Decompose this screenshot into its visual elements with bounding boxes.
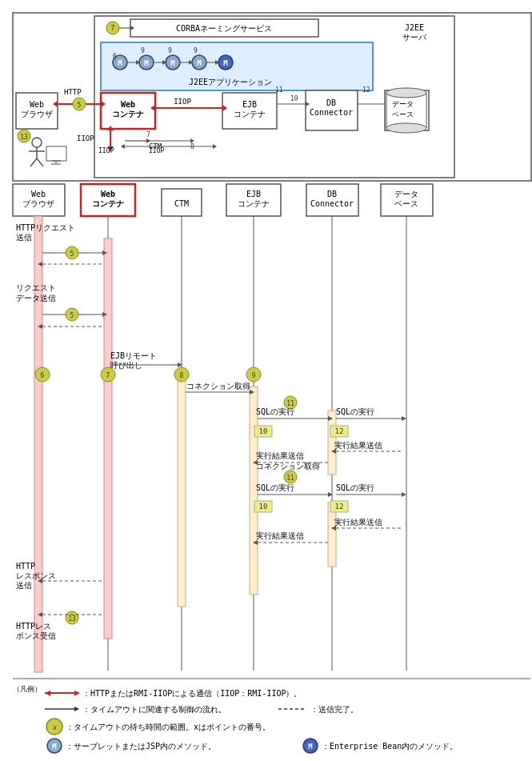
svg-text:送信: 送信: [16, 233, 32, 242]
svg-text:：タイムアウトに関連する制御の流れ。: ：タイムアウトに関連する制御の流れ。: [82, 705, 226, 714]
svg-text:10: 10: [259, 427, 268, 435]
svg-text:EJBリモート: EJBリモート: [110, 351, 157, 360]
svg-text:IIOP: IIOP: [98, 147, 114, 154]
architecture-diagram: J2EE サーバ CORBAネーミングサービス 7 J2EEアプリケーション M…: [6, 6, 532, 761]
svg-text:：サーブレットまたはJSP内のメソッド。: ：サーブレットまたはJSP内のメソッド。: [66, 742, 216, 751]
svg-text:IIOP: IIOP: [77, 134, 94, 142]
svg-text:コンテナ: コンテナ: [92, 199, 124, 208]
svg-text:実行結果送信: 実行結果送信: [334, 518, 382, 527]
svg-text:Web: Web: [121, 100, 135, 109]
svg-text:J2EEアプリケーション: J2EEアプリケーション: [189, 78, 272, 86]
svg-text:コンテナ: コンテナ: [112, 110, 144, 118]
svg-rect-121: [104, 238, 112, 639]
svg-marker-212: [74, 707, 79, 711]
svg-text:13: 13: [20, 134, 28, 141]
svg-text:J2EE: J2EE: [405, 23, 424, 32]
svg-text:：タイムアウトの待ち時間の範囲。xはポイントの番号。: ：タイムアウトの待ち時間の範囲。xはポイントの番号。: [66, 723, 270, 731]
svg-point-56: [386, 123, 426, 133]
svg-text:：Enterprise Bean内のメソッド。: ：Enterprise Bean内のメソッド。: [322, 742, 458, 751]
svg-text:DB: DB: [327, 190, 337, 198]
svg-text:7: 7: [146, 131, 150, 138]
svg-text:11: 11: [286, 475, 294, 482]
svg-text:13: 13: [68, 615, 76, 623]
svg-rect-122: [178, 370, 186, 607]
svg-text:5: 5: [78, 102, 82, 109]
svg-marker-164: [402, 416, 406, 421]
svg-text:12: 12: [362, 86, 370, 94]
svg-text:11: 11: [275, 86, 283, 94]
svg-text:HTTP: HTTP: [16, 562, 35, 571]
svg-text:Connector: Connector: [310, 199, 354, 208]
svg-text:CTM: CTM: [174, 199, 189, 208]
svg-text:コネクション取得: コネクション取得: [256, 462, 320, 471]
svg-text:HTTPリクエスト: HTTPリクエスト: [16, 223, 75, 232]
svg-text:M: M: [308, 743, 313, 751]
svg-text:5: 5: [70, 250, 74, 258]
svg-text:9: 9: [194, 47, 198, 54]
svg-text:6: 6: [41, 372, 45, 379]
svg-text:：HTTPまたはRMI-IIOPによる通信（IIOP：RMI: ：HTTPまたはRMI-IIOPによる通信（IIOP：RMI-IIOP）。: [82, 689, 302, 698]
svg-text:10: 10: [259, 503, 268, 511]
svg-text:10: 10: [290, 95, 298, 102]
svg-text:HTTP: HTTP: [64, 88, 82, 96]
svg-text:12: 12: [335, 503, 344, 511]
svg-text:（凡例）: （凡例）: [13, 685, 42, 693]
svg-text:M: M: [197, 59, 202, 67]
svg-text:9: 9: [252, 372, 256, 379]
svg-text:実行結果送信: 実行結果送信: [256, 451, 304, 460]
svg-text:レスポンス: レスポンス: [16, 571, 56, 580]
svg-text:ポンス受信: ポンス受信: [16, 631, 56, 640]
svg-text:ベース: ベース: [394, 199, 418, 208]
svg-text:EJB: EJB: [242, 100, 257, 109]
svg-text:リクエスト: リクエスト: [16, 283, 56, 292]
svg-text:ブラウザ: ブラウザ: [22, 199, 54, 208]
svg-text:DB: DB: [326, 98, 336, 107]
svg-text:SQLの実行: SQLの実行: [256, 483, 294, 492]
svg-text:ベース: ベース: [392, 110, 414, 118]
svg-text:7: 7: [111, 25, 115, 32]
svg-text:コネクション取得: コネクション取得: [186, 382, 250, 391]
svg-text:9: 9: [141, 47, 145, 54]
svg-text:M: M: [170, 59, 175, 67]
svg-text:EJB: EJB: [246, 190, 261, 198]
svg-text:HTTPレス: HTTPレス: [16, 622, 51, 631]
svg-text:SQLの実行: SQLの実行: [256, 407, 294, 416]
svg-text:7: 7: [106, 372, 110, 379]
svg-text:5: 5: [70, 312, 74, 319]
svg-text:：送信完了。: ：送信完了。: [310, 705, 358, 714]
svg-text:Web: Web: [101, 190, 115, 198]
svg-text:サーバ: サーバ: [402, 33, 427, 42]
svg-point-55: [386, 88, 426, 98]
svg-text:実行結果送信: 実行結果送信: [256, 531, 304, 540]
svg-text:Web: Web: [30, 100, 44, 109]
svg-text:8: 8: [180, 372, 184, 379]
svg-text:M: M: [118, 59, 122, 67]
svg-text:IIOP: IIOP: [149, 147, 164, 154]
svg-text:コンテナ: コンテナ: [234, 110, 266, 118]
svg-text:6: 6: [113, 53, 117, 60]
svg-text:IIOP: IIOP: [174, 98, 191, 106]
svg-text:SQLの実行: SQLの実行: [336, 483, 374, 492]
svg-text:M: M: [223, 59, 228, 67]
svg-text:Web: Web: [31, 190, 46, 198]
main-container: J2EE サーバ CORBAネーミングサービス 7 J2EEアプリケーション M…: [0, 0, 532, 761]
svg-text:12: 12: [335, 427, 344, 435]
svg-text:M: M: [52, 743, 57, 751]
svg-text:SQLの実行: SQLの実行: [336, 407, 374, 416]
svg-text:11: 11: [286, 400, 294, 407]
svg-text:コンテナ: コンテナ: [238, 199, 270, 208]
svg-marker-183: [402, 492, 406, 497]
svg-text:データ: データ: [392, 100, 414, 108]
svg-text:送信: 送信: [16, 581, 32, 590]
svg-text:データ: データ: [394, 190, 418, 198]
svg-text:CORBAネーミングサービス: CORBAネーミングサービス: [176, 24, 272, 33]
svg-text:データ送信: データ送信: [16, 294, 56, 302]
svg-text:実行結果送信: 実行結果送信: [334, 441, 382, 450]
svg-text:Connector: Connector: [310, 108, 353, 117]
svg-marker-209: [74, 691, 80, 696]
svg-text:M: M: [144, 59, 149, 67]
svg-text:ブラウザ: ブラウザ: [21, 110, 53, 118]
svg-text:9: 9: [168, 47, 172, 54]
